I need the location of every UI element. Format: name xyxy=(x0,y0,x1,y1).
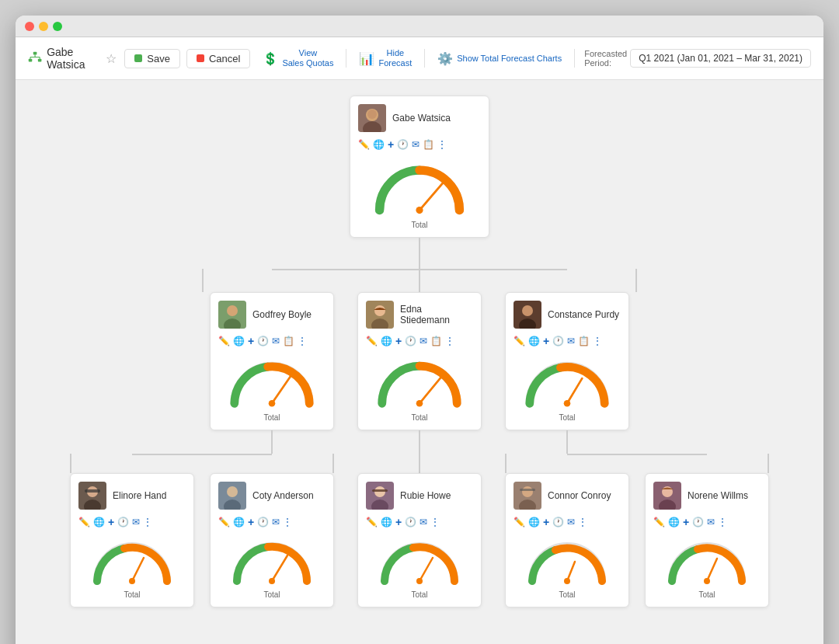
cancel-button[interactable]: Cancel xyxy=(186,49,250,68)
add-icon-e[interactable]: + xyxy=(395,335,402,347)
brand-area: Gabe Watsica xyxy=(28,46,98,71)
level2-hline xyxy=(272,269,567,270)
avatar-connor xyxy=(513,482,541,510)
drop-constance xyxy=(635,269,637,292)
clock-icon[interactable]: 🕐 xyxy=(397,139,409,150)
vline-godfrey xyxy=(202,269,204,292)
globe-icon-g[interactable]: 🌐 xyxy=(233,336,245,346)
vline-edna xyxy=(419,269,420,292)
edit-icon[interactable]: ✏️ xyxy=(358,139,370,150)
svg-point-19 xyxy=(374,305,385,316)
name-coty: Coty Anderson xyxy=(252,490,314,501)
mail-icon-g[interactable]: ✉ xyxy=(272,336,280,346)
level2-row: Godfrey Boyle ✏️ 🌐 + 🕐 ✉ 📋 ⋮ xyxy=(210,292,629,454)
name-rubie: Rubie Howe xyxy=(400,490,451,501)
maximize-button[interactable] xyxy=(53,22,62,31)
svg-line-49 xyxy=(567,562,575,581)
vline-constance-down xyxy=(566,430,568,454)
actions-connor: ✏️ 🌐 + 🕐 ✉ ⋮ xyxy=(513,516,621,528)
doc-icon-c[interactable]: 📋 xyxy=(578,336,590,346)
close-button[interactable] xyxy=(25,22,34,31)
separator-3 xyxy=(574,49,575,68)
card-elinore: Elinore Hand ✏️ 🌐 + 🕐 ✉ ⋮ xyxy=(70,473,194,607)
svg-line-37 xyxy=(272,555,287,581)
level2-drops xyxy=(202,269,637,292)
hide-forecast-button[interactable]: 📊 HideForecast xyxy=(353,45,418,71)
svg-point-27 xyxy=(564,400,571,407)
svg-rect-0 xyxy=(33,52,37,55)
avatar-gabe-watsica xyxy=(358,104,386,132)
gauge-connor: Total xyxy=(513,534,621,599)
card-connor: Connor Conroy ✏️ 🌐 + 🕐 ✉ ⋮ xyxy=(505,473,629,607)
actions-coty: ✏️ 🌐 + 🕐 ✉ ⋮ xyxy=(218,516,326,528)
name-connor: Connor Conroy xyxy=(548,490,611,501)
globe-icon-c[interactable]: 🌐 xyxy=(528,336,540,346)
mail-icon-c[interactable]: ✉ xyxy=(567,336,575,346)
mail-icon[interactable]: ✉ xyxy=(412,139,420,150)
gauge-godfrey: Total xyxy=(218,353,326,422)
add-icon-c[interactable]: + xyxy=(543,335,549,347)
globe-icon-e[interactable]: 🌐 xyxy=(381,336,392,346)
clock-icon-g[interactable]: 🕐 xyxy=(257,336,269,346)
svg-rect-42 xyxy=(372,489,388,492)
card-coty: Coty Anderson ✏️ 🌐 + 🕐 ✉ ⋮ xyxy=(210,473,334,607)
avatar-elinore xyxy=(78,482,106,510)
doc-icon-e[interactable]: 📋 xyxy=(430,336,442,346)
level2-container: Godfrey Boyle ✏️ 🌐 + 🕐 ✉ 📋 ⋮ xyxy=(31,269,808,607)
more-icon[interactable]: ⋮ xyxy=(437,139,447,150)
dollar-icon: 💲 xyxy=(263,51,278,66)
card-actions-root: ✏️ 🌐 + 🕐 ✉ 📋 ⋮ xyxy=(358,138,481,151)
svg-rect-31 xyxy=(85,489,100,493)
vline-constance xyxy=(635,269,637,292)
mail-icon-e[interactable]: ✉ xyxy=(420,336,427,346)
minimize-button[interactable] xyxy=(39,22,48,31)
more-icon-e[interactable]: ⋮ xyxy=(445,336,454,346)
godfrey-children-row: Elinore Hand ✏️ 🌐 + 🕐 ✉ ⋮ xyxy=(70,473,334,607)
actions-edna: ✏️ 🌐 + 🕐 ✉ 📋 ⋮ xyxy=(366,335,473,347)
hline-gc xyxy=(132,454,272,455)
svg-point-10 xyxy=(367,110,377,119)
clock-icon-e[interactable]: 🕐 xyxy=(405,336,416,346)
doc-icon[interactable]: 📋 xyxy=(423,139,434,150)
svg-line-54 xyxy=(707,559,717,581)
view-sales-quotas-button[interactable]: 💲 ViewSales Quotas xyxy=(256,45,339,71)
card-norene: Norene Willms ✏️ 🌐 + 🕐 ✉ ⋮ xyxy=(645,473,769,607)
branch-constance: Constance Purdy ✏️ 🌐 + 🕐 ✉ 📋 ⋮ xyxy=(505,292,629,454)
favorite-button[interactable]: ☆ xyxy=(104,50,118,68)
more-icon-c[interactable]: ⋮ xyxy=(593,336,602,346)
avatar-constance xyxy=(513,301,541,329)
godfrey-children: Elinore Hand ✏️ 🌐 + 🕐 ✉ ⋮ xyxy=(70,454,334,607)
svg-rect-1 xyxy=(29,59,33,62)
edit-icon-e[interactable]: ✏️ xyxy=(366,336,378,346)
brand-name: Gabe Watsica xyxy=(47,46,98,71)
add-icon[interactable]: + xyxy=(388,138,394,151)
branch-edna: Edna Stiedemann ✏️ 🌐 + 🕐 ✉ 📋 ⋮ xyxy=(357,292,482,454)
gauge-edna: Total xyxy=(366,353,473,422)
doc-icon-g[interactable]: 📋 xyxy=(283,336,294,346)
show-total-forecast-button[interactable]: ⚙️ Show Total Forecast Charts xyxy=(431,48,568,69)
period-selector[interactable]: Q1 2021 (Jan 01, 2021 – Mar 31, 2021) xyxy=(630,49,811,68)
level2-hline-container xyxy=(202,269,637,292)
more-icon-g[interactable]: ⋮ xyxy=(298,336,307,346)
svg-point-12 xyxy=(416,207,423,214)
card-gabe-watsica: Gabe Watsica ✏️ 🌐 + 🕐 ✉ 📋 ⋮ xyxy=(350,96,489,238)
cancel-icon xyxy=(197,54,204,62)
svg-point-35 xyxy=(227,486,238,497)
name-norene: Norene Willms xyxy=(688,490,748,501)
show-total-forecast-label: Show Total Forecast Charts xyxy=(457,54,562,64)
globe-icon[interactable]: 🌐 xyxy=(373,139,385,150)
constance-children: Connor Conroy ✏️ 🌐 + 🕐 ✉ ⋮ xyxy=(505,454,769,607)
edit-icon-g[interactable]: ✏️ xyxy=(218,336,230,346)
card-edna: Edna Stiedemann ✏️ 🌐 + 🕐 ✉ 📋 ⋮ xyxy=(357,292,482,430)
clock-icon-c[interactable]: 🕐 xyxy=(552,336,564,346)
vline-edna-down xyxy=(419,430,420,454)
edit-icon-c[interactable]: ✏️ xyxy=(513,336,525,346)
save-button[interactable]: Save xyxy=(124,49,180,68)
svg-line-43 xyxy=(420,558,433,581)
add-icon-g[interactable]: + xyxy=(248,335,254,347)
svg-point-17 xyxy=(269,400,276,407)
name-godfrey: Godfrey Boyle xyxy=(252,309,312,320)
gauge-norene: Total xyxy=(653,534,761,599)
svg-point-38 xyxy=(269,578,275,584)
constance-children-row: Connor Conroy ✏️ 🌐 + 🕐 ✉ ⋮ xyxy=(505,473,769,607)
